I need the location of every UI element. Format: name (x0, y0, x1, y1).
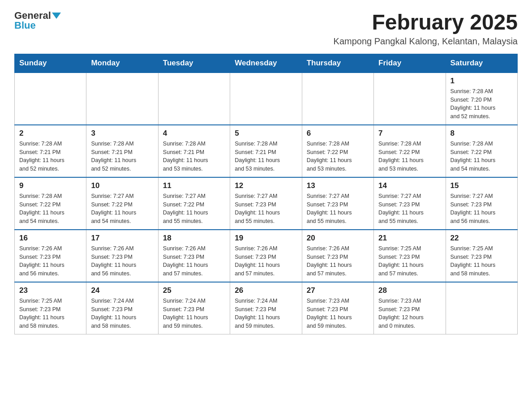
day-number: 20 (307, 234, 369, 243)
day-cell: 26Sunrise: 7:24 AMSunset: 7:23 PMDayligh… (230, 282, 302, 334)
day-info: Sunrise: 7:28 AMSunset: 7:21 PMDaylight:… (19, 140, 82, 173)
day-info: Sunrise: 7:26 AMSunset: 7:23 PMDaylight:… (307, 244, 369, 278)
calendar-title: February 2025 (334, 11, 518, 34)
day-cell: 14Sunrise: 7:27 AMSunset: 7:23 PMDayligh… (374, 177, 446, 230)
day-number: 9 (19, 181, 82, 190)
day-info: Sunrise: 7:28 AMSunset: 7:21 PMDaylight:… (163, 140, 225, 173)
column-header-sunday: Sunday (15, 54, 86, 73)
week-row-3: 9Sunrise: 7:28 AMSunset: 7:22 PMDaylight… (15, 177, 518, 230)
day-cell: 21Sunrise: 7:25 AMSunset: 7:23 PMDayligh… (374, 230, 446, 282)
day-cell: 13Sunrise: 7:27 AMSunset: 7:23 PMDayligh… (302, 177, 373, 230)
day-cell: 28Sunrise: 7:23 AMSunset: 7:23 PMDayligh… (374, 282, 446, 334)
day-info: Sunrise: 7:28 AMSunset: 7:20 PMDaylight:… (450, 87, 513, 121)
day-info: Sunrise: 7:24 AMSunset: 7:23 PMDaylight:… (163, 297, 225, 330)
day-info: Sunrise: 7:25 AMSunset: 7:23 PMDaylight:… (19, 297, 82, 330)
day-cell: 12Sunrise: 7:27 AMSunset: 7:23 PMDayligh… (230, 177, 302, 230)
week-row-1: 1Sunrise: 7:28 AMSunset: 7:20 PMDaylight… (15, 73, 518, 125)
day-number: 18 (163, 234, 225, 243)
day-info: Sunrise: 7:24 AMSunset: 7:23 PMDaylight:… (235, 297, 297, 330)
day-cell: 27Sunrise: 7:23 AMSunset: 7:23 PMDayligh… (302, 282, 373, 334)
day-cell (446, 282, 517, 334)
day-info: Sunrise: 7:27 AMSunset: 7:22 PMDaylight:… (91, 192, 153, 226)
logo-triangle-icon (52, 13, 61, 19)
column-header-friday: Friday (374, 54, 446, 73)
day-number: 7 (378, 129, 441, 138)
day-cell: 24Sunrise: 7:24 AMSunset: 7:23 PMDayligh… (86, 282, 158, 334)
day-cell: 4Sunrise: 7:28 AMSunset: 7:21 PMDaylight… (158, 125, 230, 177)
day-number: 16 (19, 234, 82, 243)
day-number: 17 (91, 234, 153, 243)
day-number: 13 (307, 181, 369, 190)
day-info: Sunrise: 7:27 AMSunset: 7:23 PMDaylight:… (378, 192, 441, 226)
day-cell: 8Sunrise: 7:28 AMSunset: 7:22 PMDaylight… (446, 125, 517, 177)
day-info: Sunrise: 7:28 AMSunset: 7:21 PMDaylight:… (91, 140, 153, 173)
day-number: 27 (307, 286, 369, 295)
page-header: General Blue February 2025 Kampong Pangk… (14, 11, 518, 47)
day-number: 28 (378, 286, 441, 295)
day-info: Sunrise: 7:23 AMSunset: 7:23 PMDaylight:… (378, 297, 441, 330)
day-number: 4 (163, 129, 225, 138)
day-info: Sunrise: 7:26 AMSunset: 7:23 PMDaylight:… (19, 244, 82, 278)
column-header-tuesday: Tuesday (158, 54, 230, 73)
day-cell (302, 73, 373, 125)
column-header-monday: Monday (86, 54, 158, 73)
day-cell: 16Sunrise: 7:26 AMSunset: 7:23 PMDayligh… (15, 230, 86, 282)
day-number: 5 (235, 129, 297, 138)
day-number: 26 (235, 286, 297, 295)
day-cell (86, 73, 158, 125)
day-cell: 25Sunrise: 7:24 AMSunset: 7:23 PMDayligh… (158, 282, 230, 334)
day-info: Sunrise: 7:28 AMSunset: 7:21 PMDaylight:… (235, 140, 297, 173)
day-number: 19 (235, 234, 297, 243)
logo-general-text: General (14, 11, 51, 21)
day-number: 6 (307, 129, 369, 138)
day-number: 12 (235, 181, 297, 190)
day-cell: 5Sunrise: 7:28 AMSunset: 7:21 PMDaylight… (230, 125, 302, 177)
day-cell: 18Sunrise: 7:26 AMSunset: 7:23 PMDayligh… (158, 230, 230, 282)
day-number: 25 (163, 286, 225, 295)
day-number: 3 (91, 129, 153, 138)
day-cell: 1Sunrise: 7:28 AMSunset: 7:20 PMDaylight… (446, 73, 517, 125)
day-number: 10 (91, 181, 153, 190)
day-info: Sunrise: 7:26 AMSunset: 7:23 PMDaylight:… (235, 244, 297, 278)
day-number: 24 (91, 286, 153, 295)
week-row-5: 23Sunrise: 7:25 AMSunset: 7:23 PMDayligh… (15, 282, 518, 334)
day-number: 21 (378, 234, 441, 243)
day-cell: 9Sunrise: 7:28 AMSunset: 7:22 PMDaylight… (15, 177, 86, 230)
day-info: Sunrise: 7:28 AMSunset: 7:22 PMDaylight:… (307, 140, 369, 173)
day-info: Sunrise: 7:28 AMSunset: 7:22 PMDaylight:… (378, 140, 441, 173)
day-cell: 6Sunrise: 7:28 AMSunset: 7:22 PMDaylight… (302, 125, 373, 177)
day-info: Sunrise: 7:27 AMSunset: 7:23 PMDaylight:… (235, 192, 297, 226)
column-header-saturday: Saturday (446, 54, 517, 73)
day-number: 8 (450, 129, 513, 138)
day-cell: 22Sunrise: 7:25 AMSunset: 7:23 PMDayligh… (446, 230, 517, 282)
week-row-4: 16Sunrise: 7:26 AMSunset: 7:23 PMDayligh… (15, 230, 518, 282)
day-cell: 7Sunrise: 7:28 AMSunset: 7:22 PMDaylight… (374, 125, 446, 177)
column-header-wednesday: Wednesday (230, 54, 302, 73)
day-info: Sunrise: 7:23 AMSunset: 7:23 PMDaylight:… (307, 297, 369, 330)
day-number: 22 (450, 234, 513, 243)
day-number: 15 (450, 181, 513, 190)
day-info: Sunrise: 7:26 AMSunset: 7:23 PMDaylight:… (163, 244, 225, 278)
day-number: 23 (19, 286, 82, 295)
day-number: 2 (19, 129, 82, 138)
day-info: Sunrise: 7:24 AMSunset: 7:23 PMDaylight:… (91, 297, 153, 330)
week-row-2: 2Sunrise: 7:28 AMSunset: 7:21 PMDaylight… (15, 125, 518, 177)
day-info: Sunrise: 7:26 AMSunset: 7:23 PMDaylight:… (91, 244, 153, 278)
day-cell: 3Sunrise: 7:28 AMSunset: 7:21 PMDaylight… (86, 125, 158, 177)
day-cell: 11Sunrise: 7:27 AMSunset: 7:22 PMDayligh… (158, 177, 230, 230)
calendar-table: SundayMondayTuesdayWednesdayThursdayFrid… (14, 54, 518, 334)
day-cell (374, 73, 446, 125)
day-info: Sunrise: 7:27 AMSunset: 7:23 PMDaylight:… (450, 192, 513, 226)
day-cell (158, 73, 230, 125)
day-number: 1 (450, 77, 513, 86)
day-info: Sunrise: 7:27 AMSunset: 7:22 PMDaylight:… (163, 192, 225, 226)
day-cell: 15Sunrise: 7:27 AMSunset: 7:23 PMDayligh… (446, 177, 517, 230)
calendar-header-row: SundayMondayTuesdayWednesdayThursdayFrid… (15, 54, 518, 73)
column-header-thursday: Thursday (302, 54, 373, 73)
day-info: Sunrise: 7:28 AMSunset: 7:22 PMDaylight:… (19, 192, 82, 226)
day-number: 14 (378, 181, 441, 190)
day-cell: 2Sunrise: 7:28 AMSunset: 7:21 PMDaylight… (15, 125, 86, 177)
logo-blue-text: Blue (14, 21, 36, 30)
day-info: Sunrise: 7:27 AMSunset: 7:23 PMDaylight:… (307, 192, 369, 226)
day-cell: 20Sunrise: 7:26 AMSunset: 7:23 PMDayligh… (302, 230, 373, 282)
